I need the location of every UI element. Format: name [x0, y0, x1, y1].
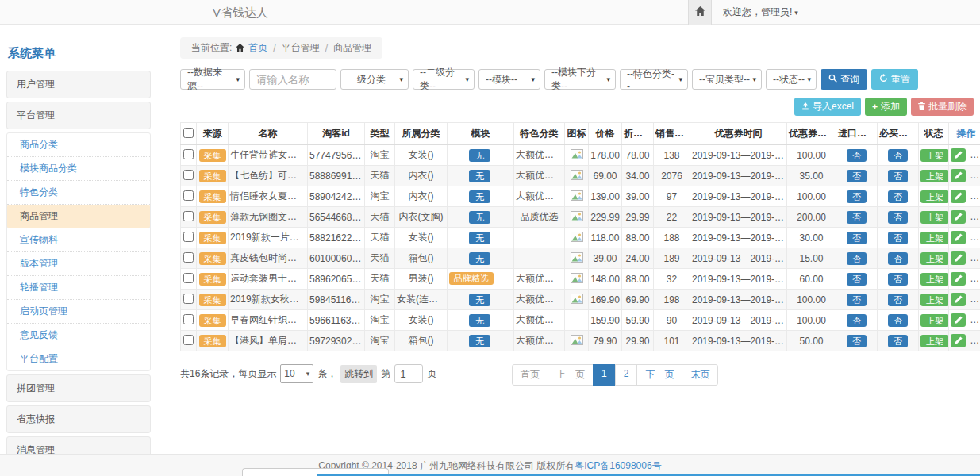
import-select-toggle[interactable]: 否: [847, 294, 867, 306]
row-checkbox[interactable]: [183, 252, 194, 263]
feature-category-select[interactable]: --特色分类--▾: [620, 69, 688, 90]
per-page-select[interactable]: 10▾: [280, 364, 313, 383]
status-toggle[interactable]: 上架: [920, 170, 949, 182]
module-select[interactable]: --模块--▾: [478, 69, 540, 90]
sidebar-group-groupbuy[interactable]: 拼团管理: [6, 374, 151, 402]
sidebar-item-promo-material[interactable]: 宣传物料: [7, 228, 150, 252]
user-menu[interactable]: 欢迎您，管理员!▾: [723, 6, 798, 19]
status-toggle[interactable]: 上架: [920, 211, 949, 224]
edit-button[interactable]: [951, 231, 966, 244]
level2-category-select[interactable]: --二级分类--▾: [413, 69, 475, 90]
import-select-toggle[interactable]: 否: [847, 232, 867, 244]
row-checkbox[interactable]: [183, 335, 194, 345]
pager-prev[interactable]: 上一页: [548, 364, 594, 386]
edit-button[interactable]: [951, 313, 966, 327]
must-buy-toggle[interactable]: 否: [888, 170, 908, 182]
jump-button[interactable]: 跳转到: [340, 365, 377, 383]
delete-button[interactable]: [970, 231, 980, 244]
pager-next[interactable]: 下一页: [636, 364, 682, 386]
batch-delete-button[interactable]: 批量删除: [911, 98, 974, 116]
delete-button[interactable]: [970, 148, 980, 162]
pager-page-1[interactable]: 1: [593, 364, 616, 386]
edit-button[interactable]: [951, 334, 966, 347]
level1-category-select[interactable]: 一级分类▾: [340, 69, 409, 90]
import-select-toggle[interactable]: 否: [847, 211, 867, 224]
sidebar-item-goods-category[interactable]: 商品分类: [7, 133, 150, 157]
import-select-toggle[interactable]: 否: [847, 314, 867, 327]
sidebar-group-platform[interactable]: 平台管理: [6, 102, 151, 129]
must-buy-toggle[interactable]: 否: [888, 294, 908, 306]
status-toggle[interactable]: 上架: [920, 252, 949, 265]
sidebar-item-version[interactable]: 版本管理: [7, 252, 150, 276]
name-input[interactable]: [249, 69, 336, 90]
row-checkbox[interactable]: [183, 149, 194, 159]
search-button[interactable]: 查询: [821, 69, 867, 90]
import-select-toggle[interactable]: 否: [847, 335, 867, 347]
delete-button[interactable]: [970, 293, 980, 306]
item-type-select[interactable]: --宝贝类型--▾: [692, 69, 762, 90]
module-sub-select[interactable]: --模块下分类--▾: [544, 69, 616, 90]
status-toggle[interactable]: 上架: [920, 190, 949, 203]
delete-button[interactable]: [970, 251, 980, 265]
import-select-toggle[interactable]: 否: [847, 190, 867, 203]
delete-button[interactable]: [970, 272, 980, 286]
must-buy-toggle[interactable]: 否: [888, 335, 908, 347]
sidebar-group-users[interactable]: 用户管理: [6, 71, 151, 98]
jump-page-input[interactable]: [394, 364, 423, 383]
row-checkbox[interactable]: [183, 211, 194, 221]
status-select[interactable]: --状态--▾: [766, 69, 817, 90]
status-toggle[interactable]: 上架: [920, 273, 949, 286]
pager-first[interactable]: 首页: [512, 364, 548, 386]
add-button[interactable]: +添加: [865, 98, 907, 116]
edit-button[interactable]: [951, 148, 966, 162]
delete-button[interactable]: [970, 334, 980, 347]
delete-button[interactable]: [970, 190, 980, 203]
import-select-toggle[interactable]: 否: [847, 273, 867, 286]
import-select-toggle[interactable]: 否: [847, 170, 867, 182]
status-toggle[interactable]: 上架: [920, 294, 949, 306]
edit-button[interactable]: [951, 293, 966, 306]
delete-button[interactable]: [970, 210, 980, 224]
select-all-checkbox[interactable]: [183, 128, 194, 138]
sidebar-item-carousel[interactable]: 轮播管理: [7, 276, 150, 300]
must-buy-toggle[interactable]: 否: [888, 232, 908, 244]
edit-button[interactable]: [951, 272, 966, 286]
must-buy-toggle[interactable]: 否: [888, 252, 908, 265]
edit-button[interactable]: [951, 251, 966, 265]
row-checkbox[interactable]: [183, 232, 194, 242]
icp-link[interactable]: 粤ICP备16098006号: [575, 460, 661, 471]
must-buy-toggle[interactable]: 否: [888, 149, 908, 162]
sidebar-item-splash[interactable]: 启动页管理: [7, 300, 150, 324]
data-source-select[interactable]: --数据来源--▾: [180, 69, 245, 90]
edit-button[interactable]: [951, 169, 966, 182]
sidebar-item-module-goods-category[interactable]: 模块商品分类: [7, 157, 150, 181]
sidebar-item-platform-config[interactable]: 平台配置: [7, 347, 150, 370]
delete-button[interactable]: [970, 169, 980, 182]
delete-button[interactable]: [970, 313, 980, 327]
status-toggle[interactable]: 上架: [920, 335, 949, 347]
import-select-toggle[interactable]: 否: [847, 252, 867, 265]
status-toggle[interactable]: 上架: [920, 232, 949, 244]
import-select-toggle[interactable]: 否: [847, 149, 867, 162]
reset-button[interactable]: 重置: [871, 69, 918, 90]
sidebar-item-feedback[interactable]: 意见反馈: [7, 324, 150, 347]
row-checkbox[interactable]: [183, 294, 194, 304]
edit-button[interactable]: [951, 210, 966, 224]
row-checkbox[interactable]: [183, 273, 194, 283]
row-checkbox[interactable]: [183, 170, 194, 180]
sidebar-item-feature-category[interactable]: 特色分类: [7, 181, 150, 205]
must-buy-toggle[interactable]: 否: [888, 273, 908, 286]
must-buy-toggle[interactable]: 否: [888, 314, 908, 327]
edit-button[interactable]: [951, 190, 966, 203]
must-buy-toggle[interactable]: 否: [888, 190, 908, 203]
import-excel-button[interactable]: 导入excel: [794, 98, 861, 116]
pager-page-2[interactable]: 2: [615, 364, 638, 386]
pager-last[interactable]: 末页: [682, 364, 718, 386]
sidebar-item-goods-management[interactable]: 商品管理: [7, 205, 150, 228]
breadcrumb-home-link[interactable]: 首页: [248, 41, 267, 55]
row-checkbox[interactable]: [183, 314, 194, 324]
status-toggle[interactable]: 上架: [920, 314, 949, 327]
home-button[interactable]: [688, 0, 712, 25]
sidebar-group-news[interactable]: 省惠快报: [6, 405, 151, 433]
status-toggle[interactable]: 上架: [920, 149, 949, 162]
